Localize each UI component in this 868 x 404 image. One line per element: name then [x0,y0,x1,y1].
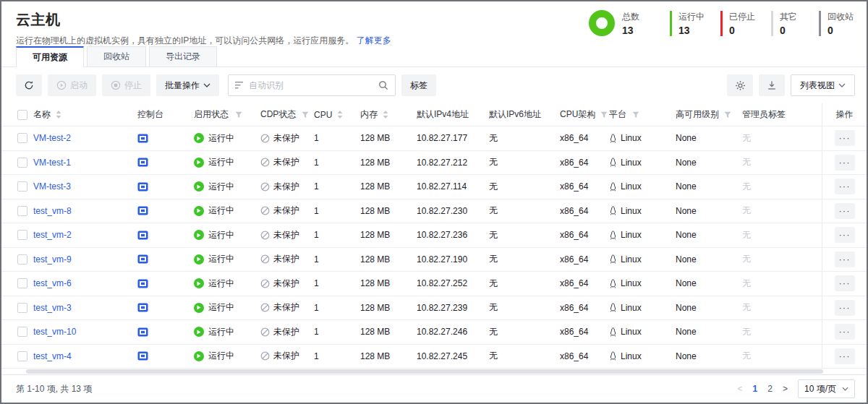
ipv4-value: 10.82.27.246 [417,320,489,344]
pagination: < 1 2 > 10 项/页 [738,379,855,398]
console-icon[interactable] [137,303,148,312]
filter-icon[interactable] [302,111,309,119]
console-icon[interactable] [137,134,148,143]
row-actions-button[interactable]: ··· [835,130,855,146]
col-name[interactable]: 名称 [33,103,137,126]
settings-button[interactable] [727,74,753,96]
ha-value: None [676,199,742,223]
row-actions-button[interactable]: ··· [835,252,855,267]
row-actions-button[interactable]: ··· [835,179,855,194]
console-icon[interactable] [137,206,148,215]
console-icon[interactable] [137,351,148,361]
platform-text: Linux [621,351,642,361]
vm-name-link[interactable]: VM-test-3 [33,181,71,192]
stop-button[interactable]: 停止 [102,74,150,96]
search-input[interactable] [249,80,373,90]
refresh-button[interactable] [16,74,42,96]
export-button[interactable] [759,74,785,96]
status-text: 运行中 [208,132,234,145]
vm-name-link[interactable]: test_vm-4 [33,351,72,361]
table-body: VM-test-2 运行中 未保护 1 128 MB 10.82.27.177 … [1,126,867,369]
memory-value: 128 MB [360,248,417,272]
admin-tag-value: 无 [742,151,822,175]
col-cdp[interactable]: CDP状态 [260,103,314,126]
col-memory[interactable]: 内存 [360,103,417,126]
row-actions-button[interactable]: ··· [835,275,855,291]
vm-name-link[interactable]: VM-test-1 [33,158,71,168]
stat-other: 其它 0 [771,11,803,36]
arch-value: x86_64 [560,345,609,369]
row-checkbox[interactable] [17,327,27,337]
batch-operations-button[interactable]: 批量操作 [156,74,219,96]
row-actions-button[interactable]: ··· [835,324,855,340]
sort-icon[interactable] [383,111,388,119]
vm-name-link[interactable]: test_vm-9 [33,254,72,265]
admin-tag-value: 无 [742,320,822,344]
start-button[interactable]: 启动 [48,74,96,96]
console-icon[interactable] [137,279,148,288]
view-mode-select[interactable]: 列表视图 [791,74,855,96]
next-page-button[interactable]: > [783,384,788,394]
select-all-checkbox[interactable] [17,110,27,120]
row-checkbox[interactable] [17,254,27,265]
status-text: 运行中 [208,278,234,290]
sort-icon[interactable] [337,111,343,119]
prev-page-button[interactable]: < [738,384,743,394]
row-checkbox[interactable] [17,278,27,288]
vm-name-link[interactable]: test_vm-8 [33,206,72,216]
filter-icon[interactable] [600,111,608,119]
row-actions-button[interactable]: ··· [835,203,855,219]
console-icon[interactable] [137,254,148,264]
arch-value: x86_64 [560,199,609,223]
col-cpu[interactable]: CPU [314,103,360,126]
tag-button[interactable]: 标签 [401,74,436,96]
row-checkbox[interactable] [17,181,27,192]
page-header: 云主机 运行在物理机上的虚拟机实例，具有独立的IP地址，可以访问公共网络，运行应… [1,1,867,46]
row-checkbox[interactable] [17,206,27,216]
cdp-text: 未保护 [273,132,299,145]
tab-recycle-bin[interactable]: 回收站 [87,46,146,66]
col-platform[interactable]: 平台 [609,103,676,126]
vm-name-link[interactable]: test_vm-2 [33,230,72,240]
page-number-1[interactable]: 1 [753,384,758,394]
row-checkbox[interactable] [17,230,27,240]
row-actions-button[interactable]: ··· [835,227,855,243]
cdp-text: 未保护 [273,181,299,193]
search-icon[interactable] [378,80,388,90]
console-icon[interactable] [137,231,148,240]
filter-icon[interactable] [632,111,639,119]
vm-name-link[interactable]: test_vm-10 [33,327,76,337]
linux-icon [609,327,617,337]
row-checkbox[interactable] [17,133,27,143]
col-status[interactable]: 启用状态 [194,103,260,126]
sort-icon[interactable] [56,111,61,119]
row-checkbox[interactable] [17,158,27,168]
vm-name-link[interactable]: VM-test-2 [33,133,71,143]
col-console: 控制台 [137,103,194,126]
memory-value: 128 MB [360,272,417,296]
console-icon[interactable] [137,182,148,192]
linux-icon [609,351,617,361]
learn-more-link[interactable]: 了解更多 [357,35,391,46]
tab-available-resources[interactable]: 可用资源 [16,46,84,67]
row-checkbox[interactable] [17,351,27,361]
ha-value: None [676,248,742,272]
page-number-2[interactable]: 2 [767,384,773,394]
table-row: test_vm-6 运行中 未保护 1 128 MB 10.82.27.252 … [1,272,867,296]
tab-export-records[interactable]: 导出记录 [149,46,217,66]
row-actions-button[interactable]: ··· [835,155,855,171]
filter-icon[interactable] [724,111,731,119]
col-ha-level[interactable]: 高可用级别 [676,103,742,126]
console-icon[interactable] [137,158,148,167]
scrollbar-thumb[interactable] [26,369,823,374]
vm-name-link[interactable]: test_vm-3 [33,303,72,313]
col-arch[interactable]: CPU架构 [560,103,609,126]
cdp-text: 未保护 [273,301,299,314]
vm-name-link[interactable]: test_vm-6 [33,278,72,288]
row-checkbox[interactable] [17,303,27,313]
page-size-select[interactable]: 10 项/页 [798,379,855,398]
console-icon[interactable] [137,327,148,337]
row-actions-button[interactable]: ··· [835,348,855,364]
row-actions-button[interactable]: ··· [835,300,855,316]
filter-icon[interactable] [235,111,242,119]
